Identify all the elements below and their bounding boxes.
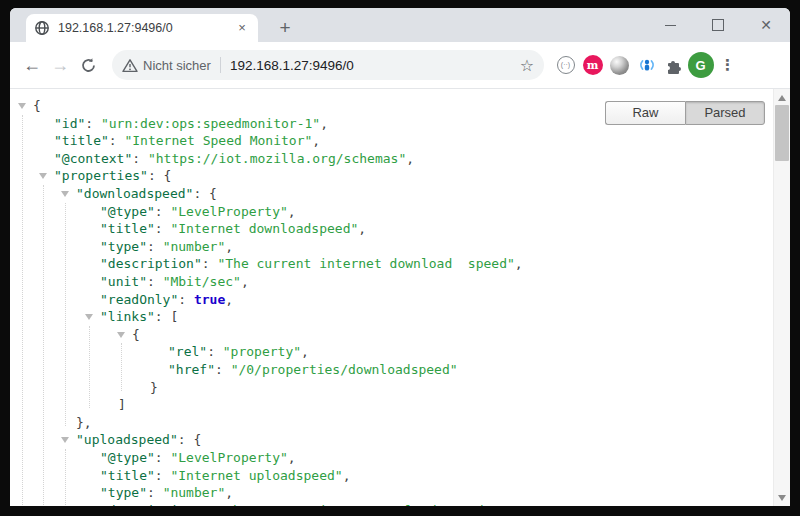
vertical-scrollbar[interactable] xyxy=(773,89,790,506)
json-token-p: : xyxy=(202,503,218,506)
json-token-p: , xyxy=(491,503,499,506)
json-token-s: "property" xyxy=(223,344,301,359)
json-token-s: "LevelProperty" xyxy=(170,204,287,219)
json-line: "downloadspeed": { xyxy=(76,185,217,203)
json-line: "properties": { xyxy=(54,167,171,185)
extensions-puzzle-button[interactable] xyxy=(660,51,687,79)
json-line: "rel": "property", xyxy=(168,343,309,361)
json-line: ] xyxy=(118,396,126,414)
scroll-up-icon xyxy=(778,95,786,101)
url-text: 192.168.1.27:9496/0 xyxy=(230,58,514,73)
raw-view-button[interactable]: Raw xyxy=(605,101,685,125)
forward-button[interactable]: → xyxy=(46,51,74,79)
collapse-arrow-icon[interactable] xyxy=(18,103,26,109)
bookmark-star-icon[interactable]: ☆ xyxy=(520,56,534,75)
json-token-k: "@context" xyxy=(54,151,132,166)
json-token-p: : [ xyxy=(155,309,178,324)
json-line: "description": "The current internet dow… xyxy=(100,255,523,273)
browser-tab[interactable]: 192.168.1.27:9496/0 × xyxy=(26,14,258,42)
json-token-k: "title" xyxy=(100,468,155,483)
json-token-k: "id" xyxy=(54,116,85,131)
new-tab-button[interactable]: + xyxy=(272,15,298,41)
json-token-p: : xyxy=(178,292,194,307)
blue-extension-button[interactable] xyxy=(633,51,660,79)
json-token-k: "href" xyxy=(168,362,215,377)
json-token-s: "The current internet upload speed" xyxy=(217,503,491,506)
json-token-p: , xyxy=(406,151,414,166)
scrollbar-down-button[interactable] xyxy=(774,490,790,505)
json-token-k: "readOnly" xyxy=(100,292,178,307)
json-token-p: : { xyxy=(193,186,216,201)
json-token-p: : xyxy=(147,485,163,500)
json-token-k: "rel" xyxy=(168,344,207,359)
json-line: "title": "Internet downloadspeed", xyxy=(100,220,366,238)
json-token-p: , xyxy=(320,116,328,131)
json-token-s: "/0/properties/downloadspeed" xyxy=(231,362,458,377)
collapse-arrow-icon[interactable] xyxy=(117,332,125,338)
page-content: {"id": "urn:dev:ops:speedmonitor-1","tit… xyxy=(10,88,790,506)
collapse-arrow-icon[interactable] xyxy=(61,437,69,443)
json-line: "href": "/0/properties/downloadspeed" xyxy=(168,361,458,379)
window-close-button[interactable]: ✕ xyxy=(742,8,790,42)
collapse-arrow-icon[interactable] xyxy=(39,173,47,179)
json-token-k: "description" xyxy=(100,503,202,506)
scrollbar-thumb[interactable] xyxy=(775,105,789,161)
json-token-s: "Internet uploadspeed" xyxy=(170,468,342,483)
three-dot-menu-icon: ⋮ xyxy=(720,56,735,74)
browser-window: 192.168.1.27:9496/0 × + ✕ ← → xyxy=(10,8,790,506)
json-token-k: "title" xyxy=(100,221,155,236)
json-token-p: : xyxy=(109,133,125,148)
json-line: }, xyxy=(76,414,92,432)
json-token-k: "title" xyxy=(54,133,109,148)
orb-extension-button[interactable] xyxy=(606,51,633,79)
json-token-p: , xyxy=(225,485,233,500)
reload-icon xyxy=(80,57,97,74)
circle-dots-extension-button[interactable]: (··) xyxy=(552,51,579,79)
minimize-icon xyxy=(665,25,676,26)
scrollbar-up-button[interactable] xyxy=(774,90,790,105)
tab-close-icon[interactable]: × xyxy=(234,20,250,36)
json-token-k: "@type" xyxy=(100,450,155,465)
json-line: } xyxy=(150,379,158,397)
browser-menu-button[interactable]: ⋮ xyxy=(714,51,741,79)
window-minimize-button[interactable] xyxy=(646,8,694,42)
profile-avatar: G xyxy=(688,52,714,78)
collapse-arrow-icon[interactable] xyxy=(61,191,69,197)
maximize-icon xyxy=(712,19,724,31)
json-view-toggle: Raw Parsed xyxy=(605,101,765,125)
indent-guide xyxy=(65,203,66,426)
json-line: "type": "number", xyxy=(100,238,233,256)
address-bar[interactable]: Nicht sicher 192.168.1.27:9496/0 ☆ xyxy=(112,50,544,80)
json-line: "@type": "LevelProperty", xyxy=(100,449,296,467)
json-token-s: "number" xyxy=(163,485,226,500)
back-button[interactable]: ← xyxy=(18,51,46,79)
json-token-p: , xyxy=(312,133,320,148)
json-line: "@context": "https://iot.mozilla.org/sch… xyxy=(54,150,414,168)
browser-titlebar: 192.168.1.27:9496/0 × + ✕ xyxy=(10,8,790,42)
json-token-k: "unit" xyxy=(100,274,147,289)
pink-m-extension-button[interactable]: m xyxy=(579,51,606,79)
profile-avatar-button[interactable]: G xyxy=(687,51,714,79)
json-line: "title": "Internet uploadspeed", xyxy=(100,467,350,485)
json-token-p: : xyxy=(155,221,171,236)
json-token-p: : xyxy=(207,344,223,359)
json-token-p: : xyxy=(155,450,171,465)
globe-favicon-icon xyxy=(34,20,50,36)
json-token-p: { xyxy=(33,98,41,113)
reload-button[interactable] xyxy=(74,51,102,79)
json-line: "@type": "LevelProperty", xyxy=(100,203,296,221)
json-token-s: "Internet downloadspeed" xyxy=(170,221,358,236)
omnibox-divider xyxy=(220,57,221,73)
forward-icon: → xyxy=(51,55,69,76)
json-token-b: true xyxy=(194,292,225,307)
json-token-k: "@type" xyxy=(100,204,155,219)
json-token-p: : { xyxy=(148,168,171,183)
json-token-p: , xyxy=(515,256,523,271)
parsed-view-button[interactable]: Parsed xyxy=(685,101,765,125)
not-secure-warning-icon xyxy=(122,58,138,73)
json-token-p: , xyxy=(358,221,366,236)
window-maximize-button[interactable] xyxy=(694,8,742,42)
json-token-k: "type" xyxy=(100,239,147,254)
collapse-arrow-icon[interactable] xyxy=(85,314,93,320)
indent-guide xyxy=(65,449,66,506)
